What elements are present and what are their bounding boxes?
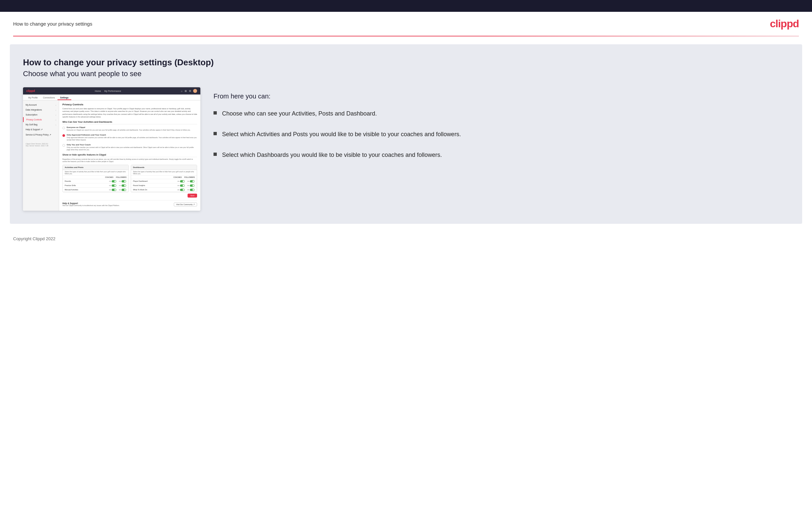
mock-grid-icon: ⊞ — [185, 90, 187, 93]
mock-radio-approved: Only Approved Followers and Your Coach O… — [62, 134, 197, 141]
page-subheading: Choose what you want people to see — [23, 69, 789, 78]
mock-who-title: Who Can See Your Activities and Dashboar… — [62, 121, 197, 124]
mock-activities-col-headers: COACHES FOLLOWERS — [63, 176, 129, 179]
mock-avatar — [193, 89, 197, 93]
mock-tab-bar: My Profile Connections Settings — [23, 95, 200, 100]
mock-dashboards-col-headers: COACHES FOLLOWERS — [131, 176, 197, 179]
bullet-text-2: Select which Activities and Posts you wo… — [222, 130, 461, 139]
mock-row-round-insights: Round Insights ON ON — [131, 183, 197, 188]
mock-radio-only-you-desc: Only you and the coaches you connect wit… — [67, 146, 197, 151]
right-col: From here you can: Choose who can see yo… — [213, 87, 789, 171]
mock-activities-table: Activities and Posts Select the types of… — [62, 165, 129, 192]
bullet-item-3: Select which Dashboards you would like t… — [213, 151, 789, 160]
mock-nav-performance: My Performance — [104, 90, 121, 92]
mock-privacy-title: Privacy Controls — [62, 103, 197, 106]
mock-toggle-drills-follower[interactable] — [121, 184, 126, 187]
mock-dashboards-table: Dashboards Select the types of activity … — [131, 165, 197, 192]
mock-radio-everyone: Everyone on Clippd Everyone on Clippd ca… — [62, 126, 197, 131]
mock-row-what-to-work: What To Work On ON ON — [131, 188, 197, 192]
bullet-square-1 — [213, 111, 217, 115]
mock-toggle-work-follower[interactable] — [190, 189, 195, 191]
mock-toggle-work-coach[interactable] — [180, 189, 185, 191]
mock-toggle-insights-coach[interactable] — [180, 184, 185, 187]
mock-body: My Account› Data Integrations› Subscript… — [23, 100, 200, 211]
bullet-text-3: Select which Dashboards you would like t… — [222, 151, 442, 160]
mock-toggle-player-follower[interactable] — [190, 180, 195, 182]
mock-nav-icons: ⌕ ⊞ ⚙ — [181, 89, 197, 93]
mock-radio-approved-label: Only Approved Followers and Your Coach — [67, 134, 197, 136]
two-col-layout: clippd Home My Performance ⌕ ⊞ ⚙ My Prof… — [23, 87, 789, 211]
mock-radio-everyone-label: Everyone on Clippd — [67, 126, 191, 128]
mock-radio-everyone-desc: Everyone on Clippd can search for you an… — [67, 129, 191, 131]
mock-toggle-rounds-follower[interactable] — [121, 180, 126, 182]
mock-help-row: Help & Support Visit our Clippd communit… — [62, 200, 197, 208]
mock-row-manual: Manual Activities ON ON — [63, 188, 129, 192]
mock-radio-only-you-label: Only You and Your Coach — [67, 144, 197, 146]
mock-sidebar-subscription[interactable]: Subscription› — [23, 112, 59, 117]
mock-toggle-manual-coach[interactable] — [112, 189, 116, 191]
mock-toggle-manual-follower[interactable] — [121, 189, 126, 191]
mock-activities-header: Activities and Posts — [63, 165, 129, 170]
mock-sidebar-help[interactable]: Help & Support ↗ — [23, 127, 59, 132]
mock-sidebar-account[interactable]: My Account› — [23, 102, 59, 107]
footer: Copyright Clippd 2022 — [0, 232, 812, 246]
mock-logo: clippd — [26, 89, 35, 93]
mock-sidebar-privacy[interactable]: Privacy Controls› — [23, 117, 59, 122]
mock-tab-profile[interactable]: My Profile — [26, 96, 40, 100]
logo: clippd — [770, 18, 799, 30]
mock-navbar: clippd Home My Performance ⌕ ⊞ ⚙ — [23, 87, 200, 95]
mock-sidebar-data[interactable]: Data Integrations› — [23, 107, 59, 112]
mock-radio-everyone-btn[interactable] — [62, 127, 65, 129]
mock-sidebar-version: Clippd Client Version: 2022.8.2SQL Serve… — [23, 141, 59, 149]
mock-row-drills: Practice Drills ON ON — [63, 183, 129, 188]
mock-radio-only-you-btn[interactable] — [62, 144, 65, 147]
bullet-item-1: Choose who can see your Activities, Post… — [213, 109, 789, 118]
mock-toggle-player-coach[interactable] — [180, 180, 185, 182]
mock-radio-approved-desc: Only approved followers and coaches you … — [67, 136, 197, 141]
mock-panel: Privacy Controls Control how you and you… — [59, 100, 200, 211]
bullet-list: Choose who can see your Activities, Post… — [213, 109, 789, 160]
mock-toggle-tables: Activities and Posts Select the types of… — [62, 165, 197, 192]
mock-sidebar: My Account› Data Integrations› Subscript… — [23, 100, 59, 211]
header: How to change your privacy settings clip… — [0, 12, 812, 36]
screenshot-mock: clippd Home My Performance ⌕ ⊞ ⚙ My Prof… — [23, 87, 200, 211]
mock-show-hide-desc: Regardless of the privacy controls that … — [62, 158, 197, 163]
mock-nav-home: Home — [95, 90, 101, 92]
bullet-square-2 — [213, 132, 217, 135]
header-divider — [13, 36, 799, 37]
mock-radio-only-you: Only You and Your Coach Only you and the… — [62, 144, 197, 151]
mock-row-rounds: Rounds ON ON — [63, 179, 129, 183]
mock-dashboards-header: Dashboards — [131, 165, 197, 170]
from-here-label: From here you can: — [213, 93, 789, 100]
copyright: Copyright Clippd 2022 — [13, 236, 55, 241]
mock-settings-icon: ⚙ — [189, 90, 191, 93]
mock-toggle-drills-coach[interactable] — [112, 184, 116, 187]
mock-sidebar-golfbag[interactable]: My Golf Bag› — [23, 122, 59, 127]
mock-help-desc: Visit our Clippd community to troublesho… — [62, 205, 119, 207]
mock-save-row: Save — [62, 192, 197, 199]
mock-tab-settings[interactable]: Settings — [57, 96, 71, 100]
bullet-text-1: Choose who can see your Activities, Post… — [222, 109, 377, 118]
mock-row-player-dash: Player Dashboard ON ON — [131, 179, 197, 183]
mock-visit-community-button[interactable]: Visit Our Community ↗ — [174, 203, 197, 207]
bullet-item-2: Select which Activities and Posts you wo… — [213, 130, 789, 139]
mock-show-hide-title: Show or hide specific features in Clippd — [62, 154, 197, 157]
mock-toggle-rounds-coach[interactable] — [112, 180, 116, 182]
mock-sidebar-service[interactable]: Service & Privacy Policy ↗ — [23, 132, 59, 137]
mock-activities-desc: Select the types of activity that you'd … — [63, 170, 129, 176]
page-heading: How to change your privacy settings (Des… — [23, 57, 789, 68]
mock-tab-connections[interactable]: Connections — [40, 96, 57, 100]
mock-privacy-desc: Control how you and your data appears to… — [62, 107, 197, 118]
top-bar — [0, 0, 812, 12]
mock-dashboards-desc: Select the types of activity that you'd … — [131, 170, 197, 176]
main-content: How to change your privacy settings (Des… — [10, 44, 802, 224]
mock-toggle-insights-follower[interactable] — [190, 184, 195, 187]
header-title: How to change your privacy settings — [13, 21, 92, 26]
mock-help-title: Help & Support — [62, 202, 119, 205]
mock-radio-approved-btn[interactable] — [62, 134, 65, 137]
mock-nav-links: Home My Performance — [95, 90, 121, 92]
mock-search-icon: ⌕ — [181, 90, 183, 93]
bullet-square-3 — [213, 153, 217, 156]
mock-save-button[interactable]: Save — [188, 193, 197, 198]
